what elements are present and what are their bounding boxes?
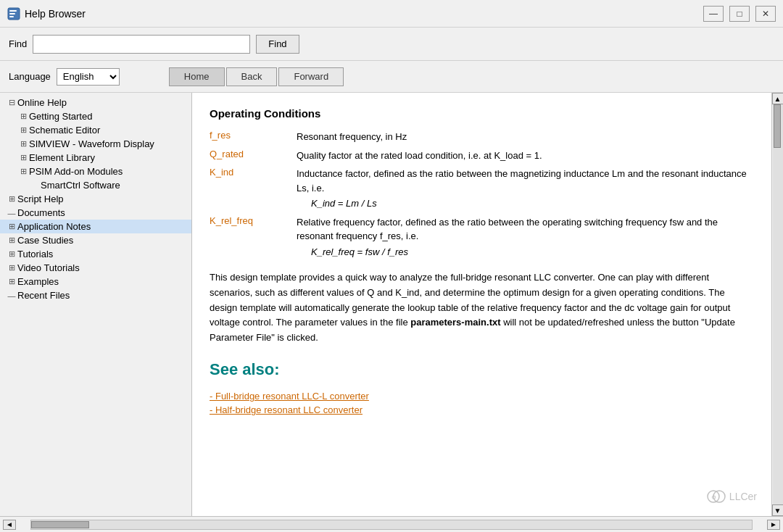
sidebar-label-smartctrl: SmartCtrl Software xyxy=(41,180,120,191)
expander-app-notes[interactable]: ⊞ xyxy=(6,222,17,231)
expander-tutorials[interactable]: ⊞ xyxy=(6,249,17,259)
param-desc-2: Inductance factor, defined as the ratio … xyxy=(297,167,754,211)
sidebar-label-getting-started: Getting Started xyxy=(29,111,92,122)
param-row-0: f_resResonant frequency, in Hz xyxy=(210,130,754,144)
param-name-3: K_rel_freq xyxy=(210,215,297,226)
sidebar-item-tutorials[interactable]: ⊞Tutorials xyxy=(0,247,191,261)
expander-online-help[interactable]: ⊟ xyxy=(6,98,17,107)
sidebar-item-element-library[interactable]: ⊞Element Library xyxy=(0,151,191,165)
sidebar-item-script-help[interactable]: ⊞Script Help xyxy=(0,192,191,206)
expander-getting-started[interactable]: ⊞ xyxy=(17,112,29,121)
param-desc-3: Relative frequency factor, defined as th… xyxy=(297,215,754,259)
sidebar-label-script-help: Script Help xyxy=(17,194,64,204)
expander-examples[interactable]: ⊞ xyxy=(6,277,17,286)
sidebar-item-video-tutorials[interactable]: ⊞Video Tutorials xyxy=(0,261,191,275)
expander-schematic-editor[interactable]: ⊞ xyxy=(17,125,29,135)
title-left: Help Browser xyxy=(7,7,86,20)
navigation-buttons: Home Back Forward xyxy=(169,67,344,86)
sidebar-item-case-studies[interactable]: ⊞Case Studies xyxy=(0,233,191,247)
expander-script-help[interactable]: ⊞ xyxy=(6,194,17,204)
see-also-link-1[interactable]: - Half-bridge resonant LLC converter xyxy=(210,404,754,415)
sidebar-label-psim-addon: PSIM Add-on Modules xyxy=(29,166,123,177)
param-name-2: K_ind xyxy=(210,167,297,178)
sidebar-item-schematic-editor[interactable]: ⊞Schematic Editor xyxy=(0,123,191,137)
find-input[interactable] xyxy=(33,35,250,54)
param-name-0: f_res xyxy=(210,130,297,141)
sidebar-label-simview: SIMVIEW - Waveform Display xyxy=(29,138,154,149)
param-row-2: K_indInductance factor, defined as the r… xyxy=(210,167,754,211)
sidebar-item-examples[interactable]: ⊞Examples xyxy=(0,275,191,288)
param-row-1: Q_ratedQuality factor at the rated load … xyxy=(210,149,754,163)
see-also-links: - Full-bridge resonant LLC-L converter- … xyxy=(210,391,754,415)
scroll-v-thumb[interactable] xyxy=(774,104,781,148)
paragraph-bold: parameters-main.txt xyxy=(410,317,500,328)
svg-rect-3 xyxy=(9,16,14,17)
scroll-right-arrow[interactable]: ► xyxy=(767,520,780,530)
param-formula-2: K_ind = Lm / Ls xyxy=(311,196,754,211)
content-paragraph: This design template provides a quick wa… xyxy=(210,270,754,346)
scroll-up-arrow[interactable]: ▲ xyxy=(772,93,784,104)
param-name-1: Q_rated xyxy=(210,149,297,159)
sidebar-label-online-help: Online Help xyxy=(17,97,67,108)
param-formula-3: K_rel_freq = fsw / f_res xyxy=(311,245,754,259)
scroll-down-arrow[interactable]: ▼ xyxy=(772,504,784,516)
param-table: f_resResonant frequency, in HzQ_ratedQua… xyxy=(210,130,754,259)
sidebar: ⊟Online Help⊞Getting Started⊞Schematic E… xyxy=(0,93,192,516)
sidebar-label-video-tutorials: Video Tutorials xyxy=(17,262,80,273)
language-label: Language xyxy=(9,71,51,82)
sidebar-label-recent-files: Recent Files xyxy=(17,290,70,301)
watermark: ⚙ LLCer xyxy=(706,489,757,504)
scroll-h-thumb[interactable] xyxy=(31,521,89,528)
scroll-v-track[interactable] xyxy=(773,104,783,504)
scroll-left-arrow[interactable]: ◄ xyxy=(3,520,16,530)
bottom-scrollbar: ◄ ► xyxy=(0,516,783,532)
svg-rect-1 xyxy=(9,10,17,12)
expander-case-studies[interactable]: ⊞ xyxy=(6,236,17,245)
sidebar-label-schematic-editor: Schematic Editor xyxy=(29,125,100,136)
see-also-link-0[interactable]: - Full-bridge resonant LLC-L converter xyxy=(210,391,754,402)
sidebar-item-smartctrl[interactable]: SmartCtrl Software xyxy=(0,178,191,192)
sidebar-item-online-help[interactable]: ⊟Online Help xyxy=(0,96,191,109)
sidebar-item-recent-files[interactable]: —Recent Files xyxy=(0,288,191,302)
svg-text:⚙: ⚙ xyxy=(711,494,716,501)
sidebar-label-documents: Documents xyxy=(17,207,65,218)
sidebar-item-documents[interactable]: —Documents xyxy=(0,206,191,220)
content-heading: Operating Conditions xyxy=(210,107,754,120)
sidebar-label-examples: Examples xyxy=(17,276,59,287)
back-button[interactable]: Back xyxy=(226,67,278,86)
content-area: Operating Conditions f_resResonant frequ… xyxy=(192,93,771,516)
watermark-icon: ⚙ xyxy=(706,489,726,504)
sidebar-label-element-library: Element Library xyxy=(29,152,95,163)
sidebar-item-getting-started[interactable]: ⊞Getting Started xyxy=(0,109,191,123)
title-bar: Help Browser — □ ✕ xyxy=(0,0,783,28)
expander-psim-addon[interactable]: ⊞ xyxy=(17,167,29,176)
param-desc-1: Quality factor at the rated load conditi… xyxy=(297,149,754,163)
expander-documents[interactable]: — xyxy=(6,209,17,217)
see-also-heading: See also: xyxy=(210,360,754,379)
window-controls: — □ ✕ xyxy=(703,6,776,22)
maximize-button[interactable]: □ xyxy=(729,6,750,22)
find-label: Find xyxy=(9,38,27,49)
find-button[interactable]: Find xyxy=(256,35,299,54)
expander-simview[interactable]: ⊞ xyxy=(17,139,29,149)
minimize-button[interactable]: — xyxy=(703,6,724,22)
close-button[interactable]: ✕ xyxy=(755,6,776,22)
forward-button[interactable]: Forward xyxy=(278,67,344,86)
sidebar-item-psim-addon[interactable]: ⊞PSIM Add-on Modules xyxy=(0,165,191,178)
expander-recent-files[interactable]: — xyxy=(6,291,17,300)
expander-element-library[interactable]: ⊞ xyxy=(17,153,29,162)
watermark-text: LLCer xyxy=(729,491,757,502)
expander-video-tutorials[interactable]: ⊞ xyxy=(6,263,17,273)
svg-rect-2 xyxy=(9,13,15,14)
sidebar-item-app-notes[interactable]: ⊞Application Notes xyxy=(0,220,191,233)
sidebar-item-simview[interactable]: ⊞SIMVIEW - Waveform Display xyxy=(0,137,191,151)
see-also-section: See also: - Full-bridge resonant LLC-L c… xyxy=(210,360,754,415)
home-button[interactable]: Home xyxy=(169,67,225,86)
scroll-h-track[interactable] xyxy=(30,520,753,530)
language-select[interactable]: English Chinese Japanese xyxy=(57,68,120,86)
app-icon xyxy=(7,7,20,20)
window-title: Help Browser xyxy=(25,8,86,20)
sidebar-label-app-notes: Application Notes xyxy=(17,221,91,232)
toolbar: Language English Chinese Japanese Home B… xyxy=(0,61,783,93)
main-area: ⊟Online Help⊞Getting Started⊞Schematic E… xyxy=(0,93,783,516)
